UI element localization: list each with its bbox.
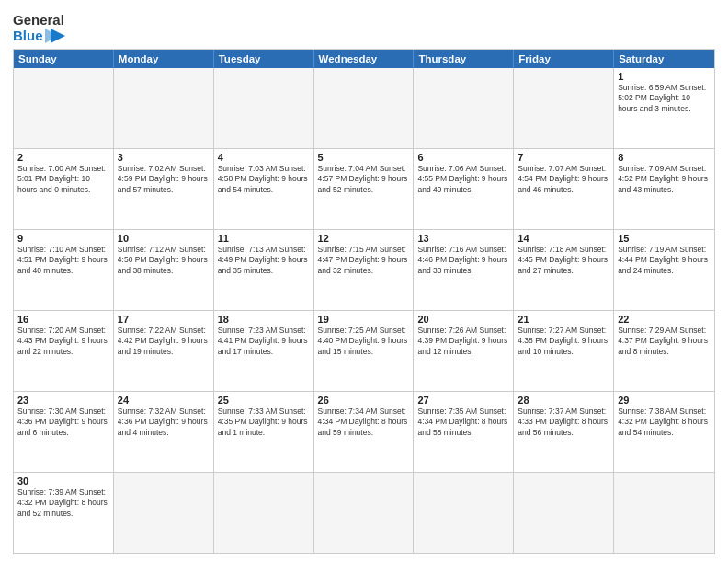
weekday-header-wednesday: Wednesday: [314, 50, 415, 68]
day-info: Sunrise: 7:18 AM Sunset: 4:45 PM Dayligh…: [518, 245, 609, 276]
day-info: Sunrise: 7:23 AM Sunset: 4:41 PM Dayligh…: [218, 326, 310, 357]
calendar-cell: [314, 473, 415, 553]
calendar-cell: 5Sunrise: 7:04 AM Sunset: 4:57 PM Daylig…: [314, 149, 415, 229]
day-number: 18: [218, 314, 310, 325]
calendar-row-2: 9Sunrise: 7:10 AM Sunset: 4:51 PM Daylig…: [14, 229, 714, 310]
day-number: 14: [518, 233, 609, 244]
calendar-cell: 6Sunrise: 7:06 AM Sunset: 4:55 PM Daylig…: [414, 149, 514, 229]
day-info: Sunrise: 7:29 AM Sunset: 4:37 PM Dayligh…: [618, 326, 711, 357]
day-info: Sunrise: 7:13 AM Sunset: 4:49 PM Dayligh…: [218, 245, 310, 276]
day-info: Sunrise: 7:34 AM Sunset: 4:34 PM Dayligh…: [318, 407, 410, 438]
weekday-header-tuesday: Tuesday: [214, 50, 314, 68]
calendar-cell: 22Sunrise: 7:29 AM Sunset: 4:37 PM Dayli…: [614, 311, 714, 391]
day-info: Sunrise: 7:38 AM Sunset: 4:32 PM Dayligh…: [618, 407, 711, 438]
calendar-cell: [314, 68, 415, 148]
calendar-body: 1Sunrise: 6:59 AM Sunset: 5:02 PM Daylig…: [14, 68, 714, 553]
weekday-header-friday: Friday: [514, 50, 614, 68]
day-info: Sunrise: 7:03 AM Sunset: 4:58 PM Dayligh…: [218, 164, 310, 195]
day-number: 25: [218, 395, 310, 406]
calendar-cell: 19Sunrise: 7:25 AM Sunset: 4:40 PM Dayli…: [314, 311, 415, 391]
day-info: Sunrise: 6:59 AM Sunset: 5:02 PM Dayligh…: [618, 83, 711, 114]
day-number: 9: [17, 233, 109, 244]
calendar-cell: 4Sunrise: 7:03 AM Sunset: 4:58 PM Daylig…: [214, 149, 314, 229]
day-number: 21: [518, 314, 609, 325]
calendar-cell: 11Sunrise: 7:13 AM Sunset: 4:49 PM Dayli…: [214, 230, 314, 310]
weekday-header-saturday: Saturday: [614, 50, 714, 68]
day-number: 11: [218, 233, 310, 244]
calendar-row-4: 23Sunrise: 7:30 AM Sunset: 4:36 PM Dayli…: [14, 391, 714, 472]
calendar-cell: 17Sunrise: 7:22 AM Sunset: 4:42 PM Dayli…: [114, 311, 214, 391]
logo-container: General Blue: [13, 13, 65, 43]
calendar-cell: [114, 473, 214, 553]
calendar-cell: 26Sunrise: 7:34 AM Sunset: 4:34 PM Dayli…: [314, 392, 415, 472]
day-number: 22: [618, 314, 711, 325]
calendar-cell: 24Sunrise: 7:32 AM Sunset: 4:36 PM Dayli…: [114, 392, 214, 472]
calendar-cell: 2Sunrise: 7:00 AM Sunset: 5:01 PM Daylig…: [14, 149, 114, 229]
calendar: SundayMondayTuesdayWednesdayThursdayFrid…: [13, 49, 715, 554]
day-number: 7: [518, 152, 609, 163]
day-number: 4: [218, 152, 310, 163]
day-number: 13: [417, 233, 509, 244]
calendar-cell: 27Sunrise: 7:35 AM Sunset: 4:34 PM Dayli…: [414, 392, 514, 472]
calendar-cell: 3Sunrise: 7:02 AM Sunset: 4:59 PM Daylig…: [114, 149, 214, 229]
logo: General Blue: [13, 13, 65, 43]
calendar-cell: [514, 473, 614, 553]
day-number: 28: [518, 395, 609, 406]
logo-triangle-icon: [45, 29, 65, 43]
day-info: Sunrise: 7:32 AM Sunset: 4:36 PM Dayligh…: [118, 407, 210, 438]
day-info: Sunrise: 7:06 AM Sunset: 4:55 PM Dayligh…: [417, 164, 509, 195]
day-info: Sunrise: 7:15 AM Sunset: 4:47 PM Dayligh…: [318, 245, 410, 276]
day-number: 12: [318, 233, 410, 244]
day-number: 17: [118, 314, 210, 325]
day-info: Sunrise: 7:19 AM Sunset: 4:44 PM Dayligh…: [618, 245, 711, 276]
calendar-row-5: 30Sunrise: 7:39 AM Sunset: 4:32 PM Dayli…: [14, 472, 714, 553]
calendar-cell: 25Sunrise: 7:33 AM Sunset: 4:35 PM Dayli…: [214, 392, 314, 472]
calendar-cell: [14, 68, 114, 148]
day-number: 5: [318, 152, 410, 163]
calendar-page: General Blue SundayMondayTuesdayWednesda…: [0, 0, 728, 563]
calendar-cell: 10Sunrise: 7:12 AM Sunset: 4:50 PM Dayli…: [114, 230, 214, 310]
day-number: 20: [417, 314, 509, 325]
day-number: 30: [17, 476, 109, 487]
day-number: 6: [417, 152, 509, 163]
day-info: Sunrise: 7:20 AM Sunset: 4:43 PM Dayligh…: [17, 326, 109, 357]
day-info: Sunrise: 7:10 AM Sunset: 4:51 PM Dayligh…: [17, 245, 109, 276]
day-info: Sunrise: 7:27 AM Sunset: 4:38 PM Dayligh…: [518, 326, 609, 357]
day-info: Sunrise: 7:30 AM Sunset: 4:36 PM Dayligh…: [17, 407, 109, 438]
day-number: 24: [118, 395, 210, 406]
calendar-cell: 1Sunrise: 6:59 AM Sunset: 5:02 PM Daylig…: [614, 68, 714, 148]
day-info: Sunrise: 7:33 AM Sunset: 4:35 PM Dayligh…: [218, 407, 310, 438]
day-info: Sunrise: 7:16 AM Sunset: 4:46 PM Dayligh…: [417, 245, 509, 276]
day-info: Sunrise: 7:12 AM Sunset: 4:50 PM Dayligh…: [118, 245, 210, 276]
day-info: Sunrise: 7:26 AM Sunset: 4:39 PM Dayligh…: [417, 326, 509, 357]
day-number: 10: [118, 233, 210, 244]
day-number: 1: [618, 71, 711, 82]
calendar-cell: 29Sunrise: 7:38 AM Sunset: 4:32 PM Dayli…: [614, 392, 714, 472]
calendar-row-3: 16Sunrise: 7:20 AM Sunset: 4:43 PM Dayli…: [14, 310, 714, 391]
day-number: 23: [17, 395, 109, 406]
calendar-cell: [414, 68, 514, 148]
calendar-cell: [214, 68, 314, 148]
day-info: Sunrise: 7:09 AM Sunset: 4:52 PM Dayligh…: [618, 164, 711, 195]
weekday-header-sunday: Sunday: [14, 50, 114, 68]
day-info: Sunrise: 7:37 AM Sunset: 4:33 PM Dayligh…: [518, 407, 609, 438]
calendar-cell: 28Sunrise: 7:37 AM Sunset: 4:33 PM Dayli…: [514, 392, 614, 472]
calendar-header: SundayMondayTuesdayWednesdayThursdayFrid…: [14, 50, 714, 68]
calendar-cell: 7Sunrise: 7:07 AM Sunset: 4:54 PM Daylig…: [514, 149, 614, 229]
calendar-row-0: 1Sunrise: 6:59 AM Sunset: 5:02 PM Daylig…: [14, 68, 714, 148]
calendar-row-1: 2Sunrise: 7:00 AM Sunset: 5:01 PM Daylig…: [14, 148, 714, 229]
calendar-cell: 9Sunrise: 7:10 AM Sunset: 4:51 PM Daylig…: [14, 230, 114, 310]
logo-general-text: General: [13, 13, 64, 29]
calendar-cell: [614, 473, 714, 553]
day-number: 3: [118, 152, 210, 163]
day-number: 19: [318, 314, 410, 325]
calendar-cell: 12Sunrise: 7:15 AM Sunset: 4:47 PM Dayli…: [314, 230, 415, 310]
day-info: Sunrise: 7:00 AM Sunset: 5:01 PM Dayligh…: [17, 164, 109, 195]
calendar-cell: 15Sunrise: 7:19 AM Sunset: 4:44 PM Dayli…: [614, 230, 714, 310]
day-number: 2: [17, 152, 109, 163]
day-number: 29: [618, 395, 711, 406]
day-number: 15: [618, 233, 711, 244]
calendar-cell: [414, 473, 514, 553]
day-number: 27: [417, 395, 509, 406]
calendar-cell: 16Sunrise: 7:20 AM Sunset: 4:43 PM Dayli…: [14, 311, 114, 391]
